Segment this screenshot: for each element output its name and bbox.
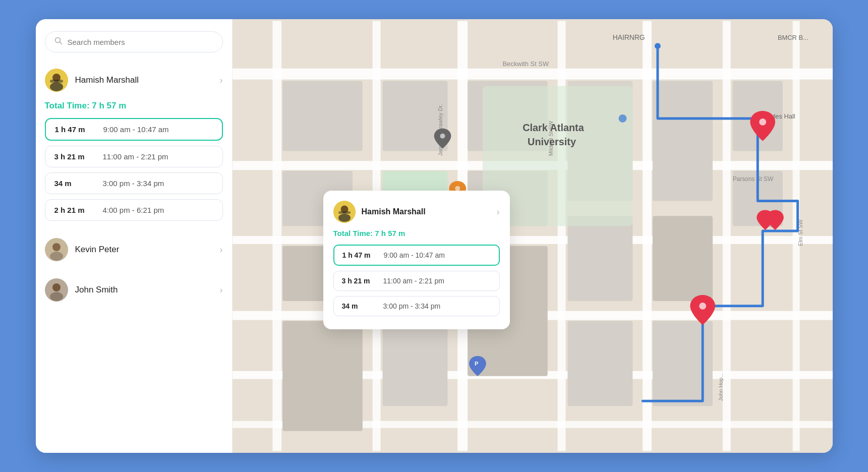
slot-range-hamish-1: 11:00 am - 2:21 pm bbox=[103, 152, 168, 161]
svg-rect-36 bbox=[567, 216, 632, 301]
time-slot-hamish-1[interactable]: 3 h 21 m 11:00 am - 2:21 pm bbox=[45, 146, 223, 167]
popup-slot-range-0: 9:00 am - 10:47 am bbox=[384, 251, 445, 259]
slot-duration-hamish-2: 34 m bbox=[54, 179, 91, 188]
slot-duration-hamish-0: 1 h 47 m bbox=[55, 125, 91, 134]
search-input[interactable] bbox=[68, 38, 213, 46]
map-area: Beckwith St SW James P. Brawley Dr. Mild… bbox=[233, 19, 833, 453]
svg-text:University: University bbox=[528, 136, 576, 147]
sidebar: Hamish Marshall › Total Time: 7 h 57 m 1… bbox=[36, 19, 233, 453]
chevron-icon-john: › bbox=[220, 285, 223, 296]
svg-line-1 bbox=[60, 42, 62, 44]
svg-point-64 bbox=[440, 134, 445, 139]
slot-duration-hamish-3: 2 h 21 m bbox=[54, 206, 91, 214]
svg-point-63 bbox=[699, 303, 706, 310]
popup-member-row[interactable]: Hamish Marshall › bbox=[333, 201, 500, 223]
time-slot-hamish-2[interactable]: 34 m 3:00 pm - 3:34 pm bbox=[45, 172, 223, 194]
map-background: Beckwith St SW James P. Brawley Dr. Mild… bbox=[233, 19, 833, 453]
svg-text:P: P bbox=[474, 361, 478, 367]
time-slots-hamish: 1 h 47 m 9:00 am - 10:47 am 3 h 21 m 11:… bbox=[45, 118, 223, 221]
svg-rect-41 bbox=[282, 321, 363, 431]
popup-slot-2[interactable]: 34 m 3:00 pm - 3:34 pm bbox=[333, 296, 500, 316]
svg-rect-23 bbox=[643, 21, 652, 451]
svg-text:BMCR B...: BMCR B... bbox=[777, 34, 808, 41]
svg-rect-70 bbox=[338, 211, 351, 214]
popup-chevron-icon: › bbox=[497, 207, 500, 217]
svg-point-69 bbox=[338, 214, 351, 222]
popup-slot-range-1: 11:00 am - 2:21 pm bbox=[383, 277, 444, 285]
svg-rect-42 bbox=[382, 321, 447, 406]
svg-rect-15 bbox=[233, 236, 833, 244]
popup-time-slots: 1 h 47 m 9:00 am - 10:47 am 3 h 21 m 11:… bbox=[333, 245, 500, 316]
svg-point-8 bbox=[50, 252, 63, 261]
avatar-john bbox=[45, 278, 68, 302]
search-bar[interactable] bbox=[45, 31, 223, 52]
svg-point-4 bbox=[50, 82, 63, 91]
svg-point-60 bbox=[759, 119, 766, 126]
svg-point-57 bbox=[654, 43, 660, 49]
svg-point-7 bbox=[52, 243, 61, 251]
svg-text:John Hop...: John Hop... bbox=[717, 373, 723, 401]
svg-rect-43 bbox=[567, 321, 632, 406]
svg-text:Beckwith St SW: Beckwith St SW bbox=[502, 60, 549, 68]
member-row-kevin[interactable]: Kevin Peter › bbox=[45, 233, 223, 266]
svg-point-58 bbox=[618, 114, 626, 123]
svg-point-11 bbox=[50, 292, 63, 301]
member-name-hamish: Hamish Marshall bbox=[75, 75, 213, 85]
app-container: Hamish Marshall › Total Time: 7 h 57 m 1… bbox=[36, 19, 833, 453]
popup-slot-range-2: 3:00 pm - 3:34 pm bbox=[383, 302, 441, 310]
slot-range-hamish-2: 3:00 pm - 3:34 pm bbox=[103, 179, 164, 188]
popup-avatar bbox=[333, 201, 356, 223]
svg-rect-38 bbox=[653, 216, 713, 301]
time-slot-hamish-3[interactable]: 2 h 21 m 4:00 pm - 6:21 pm bbox=[45, 199, 223, 221]
slot-duration-hamish-1: 3 h 21 m bbox=[54, 152, 91, 161]
popup-slot-0[interactable]: 1 h 47 m 9:00 am - 10:47 am bbox=[333, 245, 500, 266]
svg-rect-26 bbox=[282, 81, 363, 151]
popup-total-time: Total Time: 7 h 57 m bbox=[333, 229, 500, 238]
svg-text:Clark Atlanta: Clark Atlanta bbox=[523, 122, 585, 133]
svg-text:HAIRNRG: HAIRNRG bbox=[612, 33, 645, 41]
member-section-hamish: Hamish Marshall › Total Time: 7 h 57 m 1… bbox=[45, 64, 223, 226]
slot-range-hamish-0: 9:00 am - 10:47 am bbox=[103, 125, 169, 134]
member-row-john[interactable]: John Smith › bbox=[45, 273, 223, 307]
avatar-kevin bbox=[45, 238, 68, 261]
popup-slot-duration-1: 3 h 21 m bbox=[342, 277, 374, 285]
svg-point-10 bbox=[52, 283, 61, 291]
slot-range-hamish-3: 4:00 pm - 6:21 pm bbox=[103, 206, 164, 214]
chevron-icon-hamish: › bbox=[220, 75, 223, 86]
svg-rect-19 bbox=[272, 21, 281, 451]
popup-slot-duration-2: 34 m bbox=[342, 302, 374, 310]
member-name-john: John Smith bbox=[75, 285, 213, 295]
search-icon bbox=[54, 37, 63, 47]
member-section-john: John Smith › bbox=[45, 273, 223, 307]
total-time-hamish: Total Time: 7 h 57 m bbox=[45, 101, 223, 111]
svg-rect-22 bbox=[557, 21, 565, 451]
svg-text:Parsons St SW: Parsons St SW bbox=[732, 175, 773, 183]
member-section-kevin: Kevin Peter › bbox=[45, 233, 223, 266]
svg-rect-5 bbox=[50, 80, 63, 83]
popup-card: Hamish Marshall › Total Time: 7 h 57 m 1… bbox=[323, 191, 510, 329]
member-name-kevin: Kevin Peter bbox=[75, 245, 213, 255]
svg-rect-37 bbox=[653, 81, 713, 201]
svg-rect-24 bbox=[722, 21, 730, 451]
time-slot-hamish-0[interactable]: 1 h 47 m 9:00 am - 10:47 am bbox=[45, 118, 223, 141]
popup-slot-duration-0: 1 h 47 m bbox=[342, 251, 375, 259]
chevron-icon-kevin: › bbox=[220, 245, 223, 255]
avatar-hamish bbox=[45, 69, 68, 92]
member-row-hamish[interactable]: Hamish Marshall › bbox=[45, 64, 223, 97]
popup-slot-1[interactable]: 3 h 21 m 11:00 am - 2:21 pm bbox=[333, 271, 500, 291]
svg-rect-13 bbox=[233, 69, 833, 80]
popup-member-name: Hamish Marshall bbox=[362, 207, 491, 216]
